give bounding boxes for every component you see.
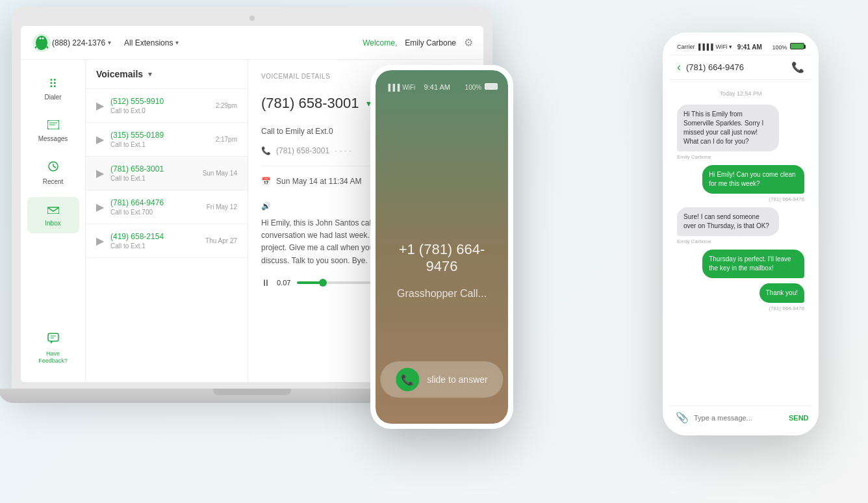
detail-dashes: - - - - bbox=[335, 146, 351, 155]
inbox-icon bbox=[47, 203, 59, 217]
vm-time: Sun May 14 bbox=[203, 170, 237, 177]
messages-list: Today 12:54 PM Hi This is Emily from Som… bbox=[669, 80, 812, 406]
message-bubble: Hi This is Emily from Somerville Sparkle… bbox=[677, 105, 779, 151]
phone2-statusbar: Carrier ▐▐▐▐ WiFi ▾ 9:41 AM 100% bbox=[669, 39, 812, 55]
vm-ext: Call to Ext.0 bbox=[110, 107, 209, 114]
vm-phone: (419) 658-2154 bbox=[110, 232, 199, 241]
sidebar-item-recent[interactable]: Recent bbox=[27, 154, 79, 192]
voicemail-wave-icon: ▶ bbox=[96, 133, 104, 146]
message-sender: (781) 664-9476 bbox=[769, 196, 804, 202]
vm-ext: Call to Ext.1 bbox=[110, 175, 196, 182]
slide-text: slide to answer bbox=[427, 374, 487, 385]
detail-date: Sun May 14 at 11:34 AM bbox=[276, 177, 361, 186]
audio-thumb bbox=[319, 279, 327, 287]
caller-number: (781) 658-3001 bbox=[261, 95, 359, 112]
voicemail-item[interactable]: ▶ (512) 555-9910 Call to Ext.0 2:29pm bbox=[86, 89, 248, 123]
vm-info: (512) 555-9910 Call to Ext.0 bbox=[110, 97, 209, 114]
phone2: Carrier ▐▐▐▐ WiFi ▾ 9:41 AM 100% ‹ (781)… bbox=[663, 32, 819, 435]
vm-info: (781) 658-3001 Call to Ext.1 bbox=[110, 164, 196, 182]
voicemail-sort-icon[interactable]: ▾ bbox=[148, 70, 152, 79]
phone-selector[interactable]: (888) 224-1376 ▾ bbox=[52, 38, 111, 47]
slide-to-answer[interactable]: 📞 slide to answer bbox=[380, 361, 503, 398]
incoming-number: +1 (781) 664-9476 bbox=[386, 241, 498, 275]
vm-ext: Call to Ext.700 bbox=[110, 209, 200, 216]
pause-icon[interactable]: ⏸ bbox=[261, 277, 270, 288]
ext-chevron-icon: ▾ bbox=[175, 39, 179, 46]
vm-info: (781) 664-9476 Call to Ext.700 bbox=[110, 198, 200, 216]
extension-selector[interactable]: All Extensions ▾ bbox=[124, 38, 179, 47]
vm-ext: Call to Ext.1 bbox=[110, 141, 209, 148]
voicemail-header: Voicemails ▾ bbox=[86, 60, 248, 89]
voicemail-title: Voicemails bbox=[96, 69, 143, 79]
vm-info: (315) 555-0189 Call to Ext.1 bbox=[110, 131, 209, 148]
message-sender: (781) 664-9476 bbox=[769, 305, 804, 311]
inbox-label: Inbox bbox=[45, 220, 60, 227]
vm-phone: (512) 555-9910 bbox=[110, 97, 209, 106]
message-date: Today 12:54 PM bbox=[677, 90, 804, 97]
detail-phone: (781) 658-3001 bbox=[276, 146, 329, 155]
answer-phone-icon: 📞 bbox=[396, 368, 419, 391]
message-input[interactable] bbox=[694, 414, 784, 422]
laptop-camera bbox=[249, 16, 255, 21]
sidebar: ⠿ Dialer Messages bbox=[21, 60, 86, 382]
vm-time: Thu Apr 27 bbox=[205, 237, 237, 244]
incoming-label: Grasshopper Call... bbox=[397, 288, 487, 300]
phone1: ▐▐▐ WiFi 9:41 AM 100% +1 (781) 664-9476 … bbox=[370, 65, 513, 429]
voicemail-item[interactable]: ▶ (419) 658-2154 Call to Ext.1 Thu Apr 2… bbox=[86, 224, 248, 258]
user-name: Emily Carbone bbox=[405, 38, 456, 47]
audio-time: 0.07 bbox=[277, 279, 290, 287]
message-bubble: Hi Emily! Can you come clean for me this… bbox=[702, 165, 804, 194]
phone1-time: 9:41 AM bbox=[424, 83, 450, 91]
battery-icon: 100% bbox=[465, 83, 498, 91]
contact-number: (781) 664-9476 bbox=[686, 62, 744, 72]
sidebar-item-messages[interactable]: Messages bbox=[27, 112, 79, 149]
message-sender: Emily Carbone bbox=[677, 154, 711, 160]
voicemail-item-selected[interactable]: ▶ (781) 658-3001 Call to Ext.1 Sun May 1… bbox=[86, 157, 248, 190]
svg-rect-12 bbox=[48, 333, 58, 341]
message-bubble: Sure! I can send someone over on Thursda… bbox=[677, 207, 779, 236]
vm-phone: (781) 658-3001 bbox=[110, 164, 196, 174]
vm-info: (419) 658-2154 Call to Ext.1 bbox=[110, 232, 199, 250]
sidebar-item-dialer[interactable]: ⠿ Dialer bbox=[27, 70, 79, 107]
vm-phone: (315) 555-0189 bbox=[110, 131, 209, 140]
speaker-icon: 🔊 bbox=[261, 201, 271, 211]
svg-point-4 bbox=[42, 37, 44, 39]
phone2-header: ‹ (781) 664-9476 📞 bbox=[669, 55, 812, 80]
messages-icon bbox=[47, 119, 59, 133]
signal-icon: ▐▐▐ bbox=[386, 84, 400, 91]
p2-time: 9:41 AM bbox=[737, 44, 762, 51]
settings-icon[interactable]: ⚙ bbox=[464, 36, 473, 49]
svg-line-10 bbox=[53, 166, 56, 168]
audio-progress bbox=[297, 281, 323, 284]
voicemail-wave-icon: ▶ bbox=[96, 167, 104, 179]
vm-time: Fri May 12 bbox=[207, 203, 237, 211]
dialer-label: Dialer bbox=[44, 94, 61, 101]
p2-carrier: Carrier ▐▐▐▐ bbox=[677, 44, 713, 50]
voicemail-panel: Voicemails ▾ ▶ (512) 555-9910 Call to Ex… bbox=[86, 60, 248, 382]
p2-battery: 100% bbox=[772, 43, 804, 51]
feedback-button[interactable]: HaveFeedback? bbox=[32, 326, 74, 372]
attach-icon[interactable]: 📎 bbox=[676, 411, 689, 424]
wifi-icon: WiFi bbox=[402, 84, 415, 91]
phone-meta-icon: 📞 bbox=[261, 146, 271, 155]
send-button[interactable]: SEND bbox=[789, 414, 809, 422]
scene: (888) 224-1376 ▾ All Extensions ▾ Welcom… bbox=[0, 0, 868, 503]
back-button[interactable]: ‹ bbox=[677, 60, 681, 74]
phone2-screen: Carrier ▐▐▐▐ WiFi ▾ 9:41 AM 100% ‹ (781)… bbox=[669, 39, 812, 429]
vm-ext: Call to Ext.1 bbox=[110, 242, 199, 250]
p2-wifi-icon: WiFi ▾ bbox=[716, 44, 733, 50]
voicemail-wave-icon: ▶ bbox=[96, 99, 104, 112]
laptop-notch bbox=[213, 389, 291, 395]
phone1-statusbar: ▐▐▐ WiFi 9:41 AM 100% bbox=[386, 83, 498, 91]
extensions-label: All Extensions bbox=[124, 38, 173, 47]
grasshopper-logo-icon bbox=[31, 32, 52, 53]
vm-time: 2:29pm bbox=[216, 102, 237, 109]
phone1-screen: ▐▐▐ WiFi 9:41 AM 100% +1 (781) 664-9476 … bbox=[376, 70, 508, 424]
voicemail-item[interactable]: ▶ (781) 664-9476 Call to Ext.700 Fri May… bbox=[86, 190, 248, 224]
recent-label: Recent bbox=[43, 178, 64, 185]
message-bubble: Thank you! bbox=[760, 283, 804, 303]
voicemail-item[interactable]: ▶ (315) 555-0189 Call to Ext.1 2:17pm bbox=[86, 123, 248, 157]
p2-call-icon[interactable]: 📞 bbox=[791, 61, 804, 73]
sidebar-item-inbox[interactable]: Inbox bbox=[27, 197, 79, 233]
voicemail-wave-icon: ▶ bbox=[96, 201, 104, 213]
